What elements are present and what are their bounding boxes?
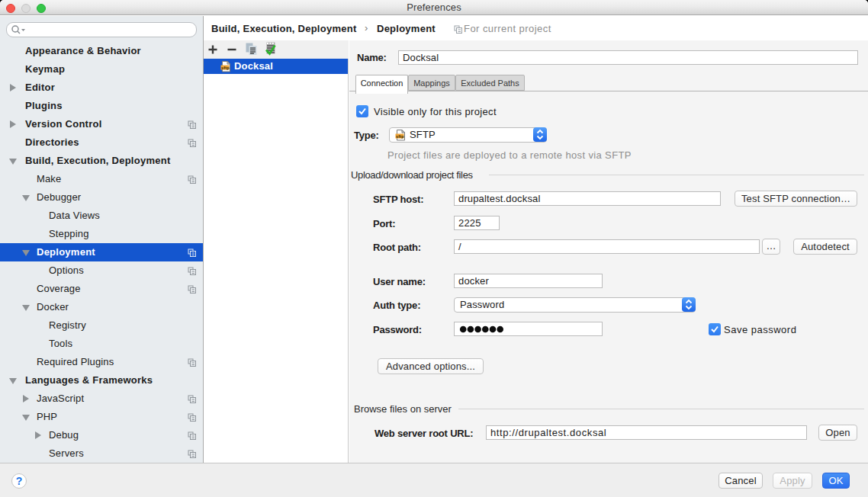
svg-text:sftp: sftp bbox=[221, 66, 230, 70]
svg-text:sftp: sftp bbox=[396, 134, 404, 139]
